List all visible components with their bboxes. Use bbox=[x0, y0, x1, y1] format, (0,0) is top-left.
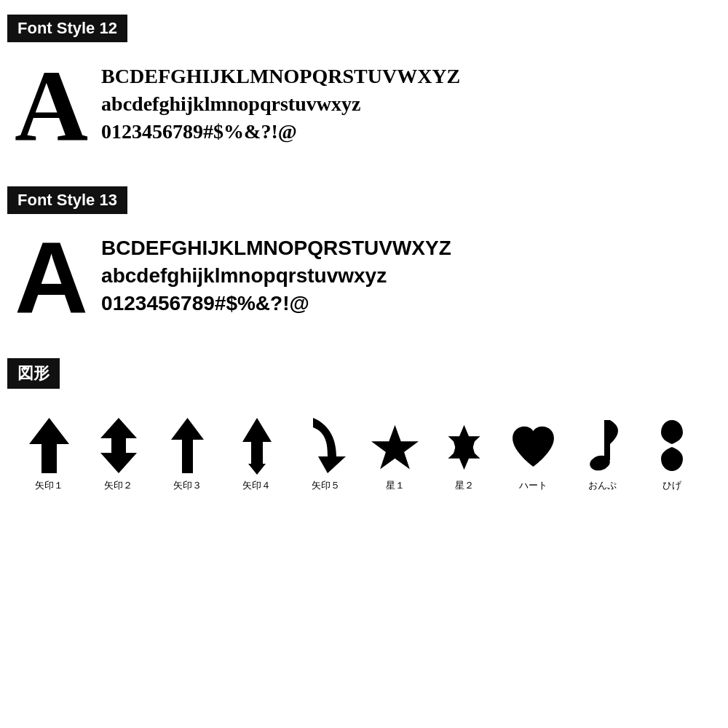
svg-marker-0 bbox=[29, 418, 69, 473]
arrow1-icon bbox=[25, 416, 73, 475]
symbol-heart: ハート bbox=[499, 416, 568, 492]
font-style-12-display: A BCDEFGHIJKLMNOPQRSTUVWXYZ abcdefghijkl… bbox=[7, 55, 713, 157]
star1-label: 星１ bbox=[386, 479, 405, 492]
symbol-arrow4: 矢印４ bbox=[222, 416, 291, 492]
arrow3-label: 矢印３ bbox=[173, 479, 202, 492]
font-style-12-section: Font Style 12 A BCDEFGHIJKLMNOPQRSTUVWXY… bbox=[7, 15, 713, 157]
font-style-13-line-1: BCDEFGHIJKLMNOPQRSTUVWXYZ bbox=[101, 234, 451, 262]
symbol-moustache: ひげ bbox=[637, 416, 706, 492]
arrow2-icon bbox=[95, 416, 142, 475]
arrow4-icon bbox=[233, 416, 280, 475]
arrow5-icon bbox=[302, 416, 349, 475]
moustache-label: ひげ bbox=[662, 479, 681, 492]
font-style-13-line-3: 0123456789#$%&?!@ bbox=[101, 290, 451, 317]
note-icon bbox=[579, 416, 626, 475]
svg-marker-1 bbox=[100, 418, 137, 473]
svg-rect-7 bbox=[604, 420, 610, 460]
shapes-section: 図形 矢印１ 矢印２ bbox=[7, 358, 713, 507]
star2-label: 星２ bbox=[455, 479, 474, 492]
arrow3-icon bbox=[164, 416, 211, 475]
svg-marker-2 bbox=[171, 418, 204, 473]
arrow1-label: 矢印１ bbox=[35, 479, 63, 492]
symbols-grid: 矢印１ 矢印２ 矢印３ bbox=[7, 402, 713, 507]
arrow2-label: 矢印２ bbox=[104, 479, 132, 492]
symbol-star2: 星２ bbox=[430, 416, 499, 492]
svg-marker-4 bbox=[371, 425, 419, 470]
page-container: Font Style 12 A BCDEFGHIJKLMNOPQRSTUVWXY… bbox=[0, 0, 728, 521]
font-style-12-header: Font Style 12 bbox=[7, 15, 127, 42]
font-style-13-section: Font Style 13 A BCDEFGHIJKLMNOPQRSTUVWXY… bbox=[7, 186, 713, 329]
font-style-13-display: A BCDEFGHIJKLMNOPQRSTUVWXYZ abcdefghijkl… bbox=[7, 227, 713, 329]
shapes-header: 図形 bbox=[7, 358, 60, 389]
symbol-note: おんぷ bbox=[568, 416, 637, 492]
star2-icon bbox=[440, 416, 488, 475]
arrow4-label: 矢印４ bbox=[242, 479, 271, 492]
arrow5-label: 矢印５ bbox=[312, 479, 340, 492]
font-style-12-line-1: BCDEFGHIJKLMNOPQRSTUVWXYZ bbox=[101, 63, 460, 90]
heart-label: ハート bbox=[519, 479, 547, 492]
font-style-13-line-2: abcdefghijklmnopqrstuvwxyz bbox=[101, 262, 451, 290]
heart-icon bbox=[510, 416, 557, 475]
note-label: おんぷ bbox=[588, 479, 617, 492]
font-style-13-header: Font Style 13 bbox=[7, 186, 127, 214]
font-style-12-chars: BCDEFGHIJKLMNOPQRSTUVWXYZ abcdefghijklmn… bbox=[101, 55, 460, 145]
symbol-arrow2: 矢印２ bbox=[84, 416, 153, 492]
star1-icon bbox=[371, 416, 419, 475]
symbol-arrow1: 矢印１ bbox=[15, 416, 84, 492]
font-style-12-big-letter: A bbox=[15, 55, 88, 157]
symbol-arrow3: 矢印３ bbox=[153, 416, 222, 492]
moustache-icon bbox=[648, 416, 695, 475]
font-style-13-big-letter: A bbox=[15, 227, 88, 329]
font-style-13-chars: BCDEFGHIJKLMNOPQRSTUVWXYZ abcdefghijklmn… bbox=[101, 227, 451, 317]
symbol-arrow5: 矢印５ bbox=[291, 416, 360, 492]
font-style-12-line-2: abcdefghijklmnopqrstuvwxyz bbox=[101, 90, 460, 118]
symbol-star1: 星１ bbox=[360, 416, 430, 492]
svg-marker-3 bbox=[242, 418, 272, 475]
font-style-12-line-3: 0123456789#$%&?!@ bbox=[101, 118, 460, 146]
